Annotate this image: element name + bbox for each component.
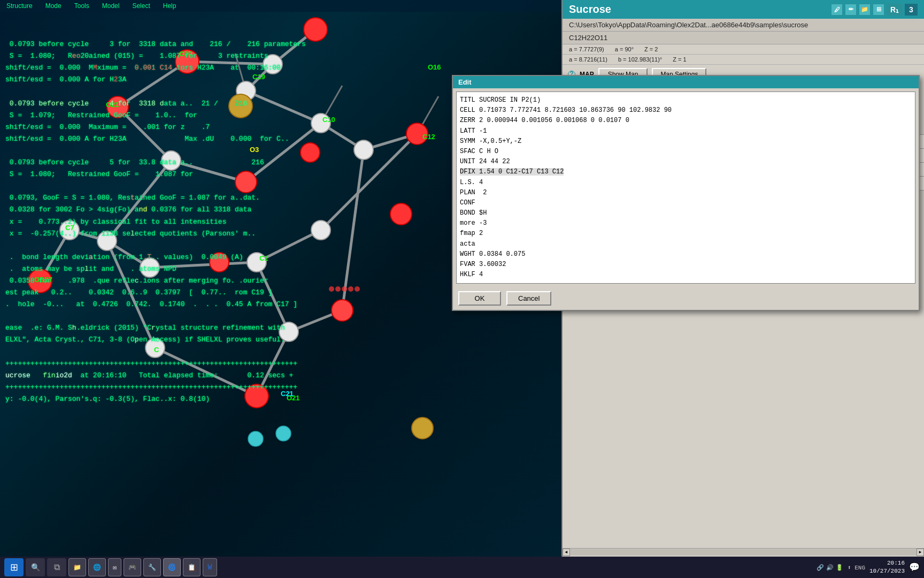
taskbar-mail[interactable]: ✉ <box>108 558 121 576</box>
panel-num: 3 <box>905 4 918 16</box>
svg-line-6 <box>118 62 187 107</box>
menu-tools[interactable]: Tools <box>72 1 91 11</box>
scrollbar[interactable]: ◄ ► <box>563 548 924 556</box>
svg-text:O20: O20 <box>179 50 192 58</box>
svg-point-41 <box>161 151 181 170</box>
edit-dialog: Edit TITL SUCROSE IN P2(1) CELL 0.71073 … <box>452 75 920 311</box>
taskbar: ⊞ 🔍 ⧉ 📁 🌐 ✉ 🎮 🔧 🌀 📋 W 🔗 🔊 🔋 ⬆ ENG 20:16 <box>0 557 924 578</box>
network-icon: 🔗 <box>817 564 824 571</box>
menubar: Structure Mode Tools Model Select Help <box>0 0 561 12</box>
cell-alpha: a = 90° <box>615 46 634 52</box>
svg-point-57 <box>355 286 360 292</box>
panel-title-icons: 🖊 ✏ 📁 ⊞ R₁ 3 <box>831 4 918 16</box>
svg-line-22 <box>342 150 364 310</box>
svg-point-40 <box>354 140 373 159</box>
svg-point-53 <box>329 286 334 292</box>
system-tray-icons: ⬆ ENG <box>848 564 865 571</box>
cell-params-2: a = 8.7216(11) b = 102.983(11)° Z = 1 <box>563 55 924 65</box>
svg-point-51 <box>248 431 263 446</box>
word-icon: W <box>207 563 212 572</box>
svg-point-43 <box>140 258 159 277</box>
panel-icon-2[interactable]: ✏ <box>845 4 857 16</box>
panel-titlebar: Sucrose 🖊 ✏ 📁 ⊞ R₁ 3 <box>563 0 924 19</box>
taskbar-fileexplorer[interactable]: 📁 <box>68 558 86 576</box>
dialog-titlebar: Edit <box>453 76 919 88</box>
svg-point-56 <box>348 286 353 292</box>
scroll-track[interactable] <box>570 549 917 556</box>
menu-model[interactable]: Model <box>100 1 122 11</box>
scroll-right[interactable]: ► <box>917 549 924 556</box>
svg-text:C12: C12 <box>422 133 435 141</box>
app5-icon: 🌀 <box>168 564 176 572</box>
mail-icon: ✉ <box>113 564 117 572</box>
taskbar-word[interactable]: W <box>203 558 217 576</box>
svg-text:C: C <box>154 346 159 354</box>
panel-icon-4[interactable]: ⊞ <box>873 4 884 16</box>
menu-help[interactable]: Help <box>161 1 179 11</box>
volume-icon: 🔊 <box>826 564 834 571</box>
svg-line-17 <box>257 262 289 332</box>
start-button[interactable]: ⊞ <box>4 558 24 576</box>
taskbar-app4[interactable]: 🔧 <box>143 558 161 576</box>
svg-point-49 <box>229 94 252 118</box>
taskbar-app6[interactable]: 📋 <box>183 558 201 576</box>
panel-icon-1[interactable]: 🖊 <box>831 4 843 16</box>
panel-title: Sucrose <box>569 3 611 16</box>
notifications-icon[interactable]: 💬 <box>909 562 920 573</box>
cell-b1: a = 8.7216(11) <box>569 56 607 63</box>
svg-text:OB27: OB27 <box>34 276 52 284</box>
taskview-button[interactable]: ⧉ <box>47 558 66 576</box>
panel-icon-3[interactable]: 📁 <box>859 4 871 16</box>
menu-select[interactable]: Select <box>130 1 152 11</box>
filepath-text: C:\Users\Tokyo\AppData\Roaming\Olex2Dat.… <box>569 21 808 29</box>
svg-point-45 <box>311 220 330 240</box>
panel-r-icon[interactable]: R₁ <box>887 4 903 16</box>
cell-beta: b = 102.983(11)° <box>618 56 662 63</box>
svg-text:C2: C2 <box>259 254 268 262</box>
taskbar-browser[interactable]: 🌐 <box>88 558 106 576</box>
menu-mode[interactable]: Mode <box>43 1 64 11</box>
svg-point-33 <box>332 300 353 321</box>
browser-icon: 🌐 <box>93 564 101 572</box>
battery-icon: 🔋 <box>836 564 843 571</box>
svg-text:O21: O21 <box>106 101 119 109</box>
svg-point-32 <box>245 384 268 408</box>
svg-line-5 <box>187 62 273 64</box>
svg-point-50 <box>412 417 433 439</box>
cancel-button[interactable]: Cancel <box>506 291 551 306</box>
dialog-buttons: OK Cancel <box>453 287 919 310</box>
date: 10/27/2023 <box>869 567 905 575</box>
formula-bar: C12H22O11 <box>563 32 924 44</box>
sys-icons: 🔗 🔊 🔋 <box>817 564 843 571</box>
taskbar-app3[interactable]: 🎮 <box>124 558 141 576</box>
app6-icon: 📋 <box>188 564 196 572</box>
app3-icon: 🎮 <box>128 564 136 572</box>
svg-point-36 <box>210 253 229 272</box>
clock[interactable]: 20:16 10/27/2023 <box>869 559 905 576</box>
taskbar-right: 🔗 🔊 🔋 ⬆ ENG 20:16 10/27/2023 💬 <box>817 559 920 576</box>
svg-point-29 <box>235 171 257 193</box>
ok-button[interactable]: OK <box>458 291 501 306</box>
time: 20:16 <box>869 559 905 567</box>
taskbar-app5[interactable]: 🌀 <box>163 558 181 576</box>
svg-text:C10: C10 <box>322 116 335 124</box>
svg-point-46 <box>279 322 298 341</box>
svg-point-52 <box>276 426 291 441</box>
svg-point-55 <box>342 286 347 292</box>
app4-icon: 🔧 <box>148 564 156 572</box>
dialog-content[interactable]: TITL SUCROSE IN P2(1) CELL 0.71073 7.772… <box>456 92 915 284</box>
scroll-left[interactable]: ◄ <box>563 549 570 556</box>
svg-point-54 <box>335 286 341 292</box>
svg-text:C21: C21 <box>281 390 294 398</box>
svg-text:O3: O3 <box>250 146 259 154</box>
svg-line-7 <box>118 107 171 161</box>
svg-line-14 <box>150 262 257 268</box>
menu-structure[interactable]: Structure <box>4 1 35 11</box>
svg-point-26 <box>304 18 327 41</box>
svg-point-34 <box>390 203 412 225</box>
search-button[interactable]: 🔍 <box>26 558 45 576</box>
cell-Z2: Z = 1 <box>673 56 686 63</box>
filepath-bar: C:\Users\Tokyo\AppData\Roaming\Olex2Dat.… <box>563 19 924 32</box>
cell-a: a = 7.7727(9) <box>569 46 604 52</box>
cell-Z: Z = 2 <box>644 46 658 52</box>
